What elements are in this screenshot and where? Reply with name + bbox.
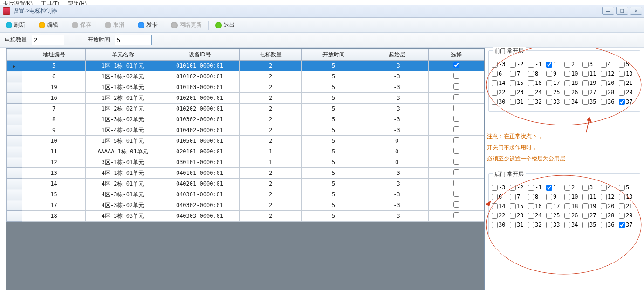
floor-checkbox[interactable] [492, 62, 498, 68]
floor-checkbox[interactable] [582, 194, 589, 200]
table-row[interactable]: 61区-1栋-02单元010102-0000:0125-3 [7, 71, 484, 82]
cell-dev[interactable]: 040302-0000:01 [160, 200, 240, 211]
floor-checkbox[interactable] [564, 222, 570, 228]
cell-cnt[interactable]: 2 [240, 82, 302, 93]
cell-unit[interactable]: 1区-1栋-03单元 [86, 82, 160, 93]
row-checkbox[interactable] [453, 180, 459, 186]
cell-dev[interactable]: 040301-0000:01 [160, 189, 240, 200]
cell-cnt[interactable]: 1 [240, 146, 302, 157]
floor-checkbox[interactable] [510, 90, 516, 96]
floor-checkbox[interactable] [619, 80, 625, 86]
col-header[interactable]: 开放时间 [302, 49, 365, 61]
refresh-button[interactable]: 刷新 [3, 20, 28, 30]
cell-start[interactable]: -3 [365, 200, 429, 211]
floor-checkbox[interactable] [564, 62, 570, 68]
row-header[interactable] [7, 157, 22, 168]
cell-sel[interactable] [429, 189, 484, 200]
cell-dev[interactable]: 010402-0000:01 [160, 125, 240, 136]
cell-open[interactable]: 5 [302, 82, 365, 93]
data-grid[interactable]: 地址编号单元名称设备ID号电梯数量开放时间起始层选择 51区-1栋-01单元01… [6, 48, 485, 290]
floor-checkbox[interactable] [601, 222, 607, 228]
floor-checkbox[interactable] [582, 71, 589, 77]
floor-checkbox[interactable] [492, 71, 498, 77]
floor-checkbox[interactable] [510, 99, 516, 105]
cell-cnt[interactable]: 2 [240, 200, 302, 211]
cell-addr[interactable]: 13 [22, 168, 86, 179]
floor-checkbox[interactable] [582, 90, 589, 96]
row-header[interactable] [7, 82, 22, 93]
cell-sel[interactable] [429, 114, 484, 125]
row-header[interactable] [7, 146, 22, 157]
open-time-input[interactable] [115, 35, 152, 45]
cell-addr[interactable]: 12 [22, 157, 86, 168]
cell-addr[interactable]: 14 [22, 179, 86, 189]
floor-checkbox[interactable] [492, 194, 498, 200]
floor-checkbox[interactable] [619, 222, 625, 228]
floor-checkbox[interactable] [492, 90, 498, 96]
cell-open[interactable]: 5 [302, 114, 365, 125]
exit-button[interactable]: 退出 [212, 20, 238, 30]
floor-checkbox[interactable] [564, 90, 570, 96]
cell-sel[interactable] [429, 93, 484, 104]
cell-open[interactable]: 5 [302, 104, 365, 114]
cell-addr[interactable]: 17 [22, 200, 86, 211]
floor-checkbox[interactable] [619, 185, 625, 191]
floor-checkbox[interactable] [582, 203, 589, 209]
cell-open[interactable]: 5 [302, 189, 365, 200]
floor-checkbox[interactable] [528, 80, 534, 86]
row-header[interactable] [7, 179, 22, 189]
floor-checkbox[interactable] [601, 90, 607, 96]
row-checkbox[interactable] [453, 137, 459, 143]
row-checkbox[interactable] [453, 94, 459, 100]
floor-checkbox[interactable] [601, 80, 607, 86]
floor-checkbox[interactable] [619, 213, 625, 219]
floor-checkbox[interactable] [492, 222, 498, 228]
cell-open[interactable]: 5 [302, 136, 365, 146]
cell-dev[interactable]: 010202-0000:01 [160, 104, 240, 114]
table-row[interactable]: 81区-3栋-02单元010302-0000:0125-3 [7, 114, 484, 125]
cell-cnt[interactable]: 2 [240, 189, 302, 200]
cell-addr[interactable]: 9 [22, 125, 86, 136]
cell-start[interactable]: -3 [365, 93, 429, 104]
col-header[interactable]: 地址编号 [22, 49, 86, 61]
floor-checkbox[interactable] [528, 90, 534, 96]
row-checkbox[interactable] [453, 201, 459, 208]
cell-dev[interactable]: 010501-0000:01 [160, 136, 240, 146]
close-button[interactable]: ✕ [630, 7, 642, 15]
floor-checkbox[interactable] [619, 62, 625, 68]
col-header[interactable]: 起始层 [365, 49, 429, 61]
cell-open[interactable]: 5 [302, 179, 365, 189]
row-header[interactable] [7, 61, 22, 71]
cell-sel[interactable] [429, 82, 484, 93]
cell-unit[interactable]: 4区-2栋-01单元 [86, 179, 160, 189]
cell-open[interactable]: 5 [302, 93, 365, 104]
floor-checkbox[interactable] [546, 203, 552, 209]
cell-cnt[interactable]: 2 [240, 61, 302, 71]
cell-unit[interactable]: 1区-2栋-02单元 [86, 104, 160, 114]
floor-checkbox[interactable] [564, 185, 570, 191]
table-row[interactable]: 123区-1栋-01单元030101-0000:01150 [7, 157, 484, 168]
cell-sel[interactable] [429, 200, 484, 211]
floor-checkbox[interactable] [564, 194, 570, 200]
cell-dev[interactable]: 010101-0000:01 [160, 61, 240, 71]
floor-checkbox[interactable] [510, 194, 516, 200]
floor-checkbox[interactable] [510, 203, 516, 209]
table-row[interactable]: 101区-5栋-01单元010501-0000:01250 [7, 136, 484, 146]
cell-start[interactable]: -3 [365, 179, 429, 189]
cell-cnt[interactable]: 2 [240, 125, 302, 136]
table-row[interactable]: 144区-2栋-01单元040201-0000:0125-3 [7, 179, 484, 189]
table-row[interactable]: 134区-1栋-01单元040101-0000:0125-3 [7, 168, 484, 179]
cell-cnt[interactable]: 2 [240, 211, 302, 222]
floor-checkbox[interactable] [601, 203, 607, 209]
row-header[interactable] [7, 168, 22, 179]
row-checkbox[interactable] [453, 126, 459, 132]
cell-start[interactable]: -3 [365, 189, 429, 200]
floor-checkbox[interactable] [619, 99, 625, 105]
floor-checkbox[interactable] [546, 194, 552, 200]
row-header[interactable] [7, 211, 22, 222]
floor-checkbox[interactable] [492, 213, 498, 219]
cell-start[interactable]: -3 [365, 71, 429, 82]
cell-sel[interactable] [429, 61, 484, 71]
cell-sel[interactable] [429, 157, 484, 168]
cell-dev[interactable]: 040201-0000:01 [160, 179, 240, 189]
